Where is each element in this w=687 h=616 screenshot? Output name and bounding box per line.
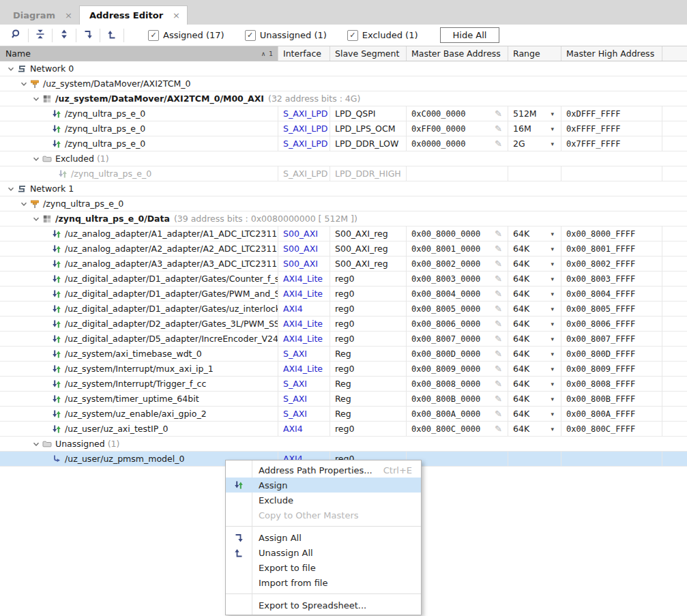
collapse-all-button[interactable] [32,28,48,43]
checkbox-checked-icon[interactable]: ✓ [148,30,159,41]
range-dropdown-icon[interactable]: ▾ [551,261,561,267]
interface-link[interactable]: AXI4_Lite [283,364,323,374]
interface-link[interactable]: AXI4_Lite [283,334,323,344]
range-dropdown-icon[interactable]: ▾ [551,426,561,432]
range-dropdown-icon[interactable]: ▾ [551,381,561,387]
range-dropdown-icon[interactable]: ▾ [551,411,561,417]
menu-item-address-path-properties[interactable]: Address Path Properties...Ctrl+E [226,463,421,478]
interface-link[interactable]: S_AXI_LPD [283,138,327,149]
range-dropdown-icon[interactable]: ▾ [551,246,561,252]
column-header-name[interactable]: Name ∧ 1 [0,46,278,61]
edit-pencil-icon[interactable]: ✎ [495,259,508,269]
filter-unassigned-checkbox[interactable]: ✓Unassigned (1) [245,30,327,41]
range-dropdown-icon[interactable]: ▾ [551,141,561,147]
range-dropdown-icon[interactable]: ▾ [551,111,561,117]
edit-pencil-icon[interactable]: ✎ [495,364,508,374]
chevron-down-icon[interactable] [18,79,29,89]
search-button[interactable] [8,28,25,43]
close-icon[interactable]: × [65,10,72,20]
column-header-range[interactable]: Range [508,46,561,61]
tab-address-editor[interactable]: Address Editor × [79,5,188,25]
range-dropdown-icon[interactable]: ▾ [551,366,561,372]
table-group-row[interactable]: Network 1 [0,181,687,196]
edit-pencil-icon[interactable]: ✎ [495,229,508,239]
edit-pencil-icon[interactable]: ✎ [495,409,508,419]
range-dropdown-icon[interactable]: ▾ [551,126,561,132]
interface-link[interactable]: AXI4_Lite [283,289,323,299]
table-row[interactable]: /zynq_ultra_ps_e_0S_AXI_LPDLPD_DDR_HIGH [0,166,687,181]
table-group-row[interactable]: Network 0 [0,61,687,76]
table-group-row[interactable]: Unassigned(1) [0,437,687,452]
interface-link[interactable]: S_AXI_LPD [283,108,327,119]
menu-item-assign[interactable]: Assign [226,478,421,493]
tab-diagram[interactable]: Diagram × [3,6,79,25]
menu-item-export-to-file[interactable]: Export to file [226,560,421,575]
interface-link[interactable]: S_AXI [283,379,307,389]
chevron-down-icon[interactable] [31,94,41,104]
edit-pencil-icon[interactable]: ✎ [495,108,508,119]
table-row[interactable]: /uz_analog_adapter/A3_adapter/A3_ADC_LTC… [0,256,687,272]
edit-pencil-icon[interactable]: ✎ [495,334,508,344]
filter-assigned-checkbox[interactable]: ✓Assigned (17) [148,30,224,41]
range-dropdown-icon[interactable]: ▾ [551,336,561,342]
menu-item-assign-all[interactable]: Assign All [226,530,421,545]
table-row[interactable]: /uz_system/timer_uptime_64bitS_AXIReg0x0… [0,392,687,407]
menu-item-unassign-all[interactable]: Unassign All [226,545,421,560]
chevron-down-icon[interactable] [5,64,16,74]
filter-excluded-checkbox[interactable]: ✓Excluded (1) [347,30,418,41]
unassign-all-button[interactable] [104,28,120,43]
table-row[interactable]: /uz_analog_adapter/A1_adapter/A1_ADC_LTC… [0,226,687,241]
range-dropdown-icon[interactable]: ▾ [551,321,561,327]
hide-all-button[interactable]: Hide All [440,27,500,43]
interface-link[interactable]: S00_AXI [283,244,318,254]
table-row[interactable]: /uz_digital_adapter/D5_adapter/IncreEnco… [0,332,687,347]
range-dropdown-icon[interactable]: ▾ [551,396,561,402]
table-row[interactable]: /uz_system/axi_timebase_wdt_0S_AXIReg0x0… [0,347,687,362]
table-row[interactable]: /uz_system/Interrupt/mux_axi_ip_1AXI4_Li… [0,362,687,377]
menu-item-import-from-file[interactable]: Import from file [226,575,421,590]
interface-link[interactable]: S_AXI [283,349,307,359]
interface-link[interactable]: S_AXI_LPD [283,123,327,134]
chevron-down-icon[interactable] [18,199,29,209]
edit-pencil-icon[interactable]: ✎ [495,379,508,389]
table-row[interactable]: /uz_system/Interrupt/Trigger_f_ccS_AXIRe… [0,377,687,392]
range-dropdown-icon[interactable]: ▾ [551,351,561,357]
range-dropdown-icon[interactable]: ▾ [551,306,561,312]
table-row[interactable]: /uz_digital_adapter/D1_adapter/Gates/uz_… [0,302,687,317]
table-group-row[interactable]: /zynq_ultra_ps_e_0 [0,196,687,211]
column-header-slave-segment[interactable]: Slave Segment [330,46,406,61]
menu-item-exclude[interactable]: Exclude [226,493,421,508]
interface-link[interactable]: AXI4_Lite [283,274,323,284]
chevron-down-icon[interactable] [31,439,41,449]
range-dropdown-icon[interactable]: ▾ [551,231,561,237]
table-row[interactable]: /zynq_ultra_ps_e_0S_AXI_LPDLPD_DDR_LOW0x… [0,136,687,151]
table-row[interactable]: /uz_analog_adapter/A2_adapter/A2_ADC_LTC… [0,241,687,256]
edit-pencil-icon[interactable]: ✎ [495,319,508,329]
interface-link[interactable]: AXI4 [283,424,303,434]
column-header-master-high-address[interactable]: Master High Address [561,46,662,61]
table-row[interactable]: /uz_digital_adapter/D1_adapter/Gates/PWM… [0,287,687,302]
interface-link[interactable]: AXI4_Lite [283,319,323,329]
checkbox-checked-icon[interactable]: ✓ [347,30,358,41]
chevron-down-icon[interactable] [5,184,16,194]
edit-pencil-icon[interactable]: ✎ [495,274,508,284]
close-icon[interactable]: × [173,10,180,20]
checkbox-checked-icon[interactable]: ✓ [245,30,256,41]
table-group-row[interactable]: /zynq_ultra_ps_e_0/Data(39 address bits … [0,211,687,226]
interface-link[interactable]: S_AXI [283,394,307,404]
table-row[interactable]: /zynq_ultra_ps_e_0S_AXI_LPDLPD_LPS_OCM0x… [0,121,687,136]
column-header-master-base-address[interactable]: Master Base Address [406,46,508,61]
table-row[interactable]: /uz_digital_adapter/D1_adapter/Gates/Cou… [0,272,687,287]
interface-link[interactable]: AXI4 [283,304,303,314]
menu-item-copy-to-other-masters[interactable]: Copy to Other Masters [226,508,421,523]
edit-pencil-icon[interactable]: ✎ [495,123,508,134]
edit-pencil-icon[interactable]: ✎ [495,244,508,254]
edit-pencil-icon[interactable]: ✎ [495,138,508,149]
table-row[interactable]: /uz_digital_adapter/D2_adapter/Gates_3L/… [0,317,687,332]
edit-pencil-icon[interactable]: ✎ [495,394,508,404]
range-dropdown-icon[interactable]: ▾ [551,276,561,282]
table-group-row[interactable]: Excluded(1) [0,151,687,166]
column-header-interface[interactable]: Interface [278,46,330,61]
range-dropdown-icon[interactable]: ▾ [551,291,561,297]
interface-link[interactable]: S00_AXI [283,229,318,239]
